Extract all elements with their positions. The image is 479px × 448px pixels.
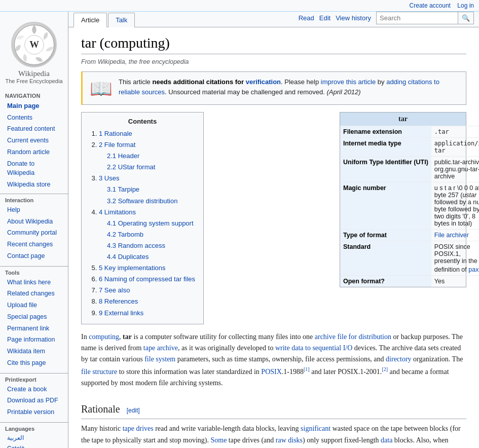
sidebar-item-related-changes[interactable]: Related changes <box>0 288 68 300</box>
sidebar-item-contents[interactable]: Contents <box>0 112 68 124</box>
infobox-value-uti: public.tar-archive org.gnu.gnu-tar-archi… <box>431 157 479 182</box>
verification-ambox: 📖 This article needs additional citation… <box>81 71 466 105</box>
sidebar-item-main-page[interactable]: Main page <box>0 100 68 112</box>
posix-link[interactable]: POSIX <box>261 367 281 375</box>
toc-link-2-2[interactable]: 2.2 UStar format <box>107 163 155 171</box>
directory-link[interactable]: directory <box>386 355 412 363</box>
tab-read[interactable]: Read <box>299 14 314 22</box>
print-label: Print/export <box>0 373 68 384</box>
create-account-link[interactable]: Create account <box>410 2 451 9</box>
print-section: Print/export Create a book Download as P… <box>0 373 68 418</box>
toc-link-3-2[interactable]: 3.2 Software distribution <box>107 197 177 205</box>
toc-link-4-2[interactable]: 4.2 Tarbomb <box>107 231 143 238</box>
toc-item-3-2: 3.2 Software distribution <box>107 196 195 207</box>
sidebar-item-store[interactable]: Wikipedia store <box>0 179 68 191</box>
toc-link-3[interactable]: 3 Uses <box>99 174 119 182</box>
tab-talk[interactable]: Talk <box>108 13 135 27</box>
toc-link-2-1[interactable]: 2.1 Header <box>107 152 139 160</box>
lang-ca[interactable]: Català <box>0 443 68 448</box>
file-archiver-link[interactable]: File archiver <box>434 232 469 239</box>
toc-item-1: 1 Rationale <box>99 128 195 139</box>
sidebar-item-community-portal[interactable]: Community portal <box>0 227 68 239</box>
infobox-header-open: Open format? <box>340 276 431 287</box>
sidebar-item-page-information[interactable]: Page information <box>0 334 68 346</box>
sidebar-item-donate[interactable]: Donate to Wikipedia <box>0 158 68 179</box>
infobox-header-magic: Magic number <box>340 182 431 230</box>
tab-view-history[interactable]: View history <box>336 14 371 22</box>
tab-article[interactable]: Article <box>73 13 107 27</box>
sidebar-item-cite-this-page[interactable]: Cite this page <box>0 357 68 369</box>
rationale-edit-anchor[interactable]: edit <box>128 407 138 414</box>
sidebar-item-wikidata-item[interactable]: Wikidata item <box>0 346 68 357</box>
toc-link-5[interactable]: 5 Key implementations <box>99 264 166 272</box>
write-data-link[interactable]: write data to sequential I/O <box>275 344 352 352</box>
lang-ar[interactable]: العربية <box>0 433 68 443</box>
sidebar-item-create-book[interactable]: Create a book <box>0 384 68 395</box>
raw-disks-link[interactable]: raw disks <box>276 436 303 444</box>
ref2-link[interactable]: [2] <box>382 366 388 372</box>
toc-item-2: 2 File format 2.1 Header 2.2 UStar forma… <box>99 139 195 173</box>
page-title: tar (computing) <box>81 35 466 54</box>
tools-label: Tools <box>0 266 68 277</box>
sidebar-item-special-pages[interactable]: Special pages <box>0 311 68 323</box>
infobox-row-magic: Magic number u s t a r \0 0 0 at byte 25… <box>340 182 479 230</box>
file-structure-link[interactable]: file structure <box>81 367 117 375</box>
infobox-header-uti: Uniform Type Identifier (UTI) <box>340 157 431 182</box>
toc-link-7[interactable]: 7 See also <box>99 286 130 294</box>
languages-section: Languages العربية Català Čeština Deutsch… <box>0 422 68 448</box>
tape-archive-link[interactable]: tape archive <box>143 344 178 352</box>
wikipedia-logo: W <box>11 22 57 67</box>
infobox-title: tar <box>340 113 466 126</box>
tape-drives-link[interactable]: tape drives <box>123 425 154 432</box>
data-blocks-link[interactable]: data <box>381 436 392 444</box>
computing-link[interactable]: computing <box>89 333 119 341</box>
toc-link-4[interactable]: 4 Limitations <box>99 208 136 216</box>
sidebar-item-what-links-here[interactable]: What links here <box>0 277 68 288</box>
ref1-link[interactable]: [1] <box>304 366 310 372</box>
sidebar-item-printable-version[interactable]: Printable version <box>0 406 68 418</box>
sidebar-item-random-article[interactable]: Random article <box>0 146 68 158</box>
languages-label: Languages <box>0 422 68 433</box>
pax-link[interactable]: pax <box>468 266 478 273</box>
toc-item-2-2: 2.2 UStar format <box>107 162 195 173</box>
log-in-link[interactable]: Log in <box>457 2 474 9</box>
toc-link-6[interactable]: 6 Naming of compressed tar files <box>99 275 195 283</box>
toc-link-2[interactable]: 2 File format <box>99 141 135 148</box>
toc-link-8[interactable]: 8 References <box>99 297 138 305</box>
infobox-header-type: Type of format <box>340 230 431 241</box>
ambox-improve-link[interactable]: improve this article <box>321 78 376 86</box>
sidebar-item-about-wikipedia[interactable]: About Wikipedia <box>0 216 68 228</box>
significant-link[interactable]: significant <box>301 425 330 432</box>
sidebar-item-current-events[interactable]: Current events <box>0 135 68 146</box>
svg-text:W: W <box>29 39 39 50</box>
infobox-value-filename: .tar <box>431 126 479 138</box>
sidebar-item-featured-content[interactable]: Featured content <box>0 123 68 135</box>
sidebar-item-download-pdf[interactable]: Download as PDF <box>0 395 68 406</box>
sidebar-item-recent-changes[interactable]: Recent changes <box>0 239 68 250</box>
tab-edit[interactable]: Edit <box>319 14 330 22</box>
toc-item-4: 4 Limitations 4.1 Operating system suppo… <box>99 207 195 263</box>
toc-link-9[interactable]: 9 External links <box>99 309 143 317</box>
toc-item-3: 3 Uses 3.1 Tarpipe 3.2 Software distribu… <box>99 173 195 206</box>
search-input[interactable] <box>377 13 458 23</box>
sidebar-item-help[interactable]: Help <box>0 204 68 216</box>
infobox-value-type: File archiver <box>431 230 479 241</box>
sidebar-item-contact-page[interactable]: Contact page <box>0 250 68 262</box>
toc-link-4-4[interactable]: 4.4 Duplicates <box>107 253 149 260</box>
sidebar-item-upload-file[interactable]: Upload file <box>0 300 68 311</box>
ambox-text: This article needs additional citations … <box>119 77 459 97</box>
toc-item-7: 7 See also <box>99 285 195 296</box>
toc-link-1[interactable]: 1 Rationale <box>99 130 132 137</box>
article-clearfix: tar Filename extension .tar Internet med… <box>81 112 466 394</box>
search-button[interactable]: 🔍 <box>458 12 473 24</box>
toc-link-4-1[interactable]: 4.1 Operating system support <box>107 219 194 227</box>
ambox-verification-link[interactable]: verification <box>246 78 281 86</box>
some-link[interactable]: Some <box>210 436 227 444</box>
sidebar-item-permanent-link[interactable]: Permanent link <box>0 323 68 334</box>
toc-item-8: 8 References <box>99 296 195 307</box>
archive-file-link[interactable]: archive file for distribution <box>315 333 391 341</box>
toc-link-3-1[interactable]: 3.1 Tarpipe <box>107 185 139 193</box>
file-system-link[interactable]: file system <box>144 355 175 363</box>
infobox-row-standard: Standard POSIX since POSIX.1, presently … <box>340 241 479 276</box>
toc-link-4-3[interactable]: 4.3 Random access <box>107 242 165 249</box>
